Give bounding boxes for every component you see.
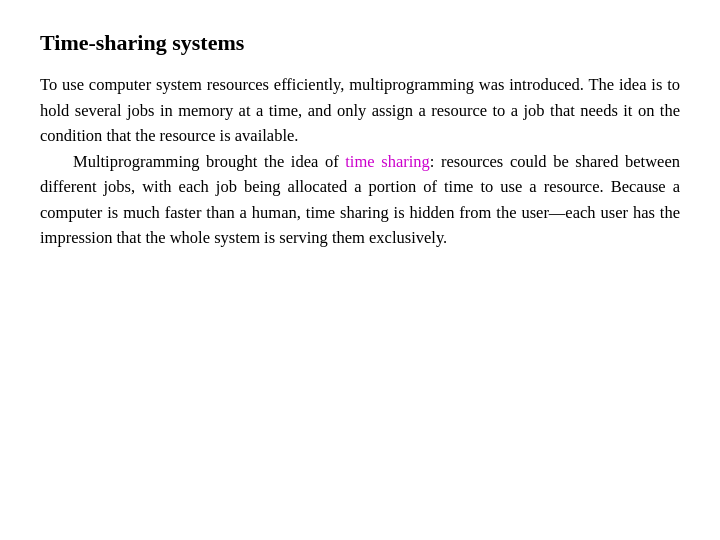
page-title: Time-sharing systems xyxy=(40,30,680,56)
paragraph-1: To use computer system resources efficie… xyxy=(40,72,680,149)
paragraph2-before-highlight: Multiprogramming brought the idea of xyxy=(73,152,345,171)
paragraph-2: Multiprogramming brought the idea of tim… xyxy=(40,149,680,251)
content-area: To use computer system resources efficie… xyxy=(40,72,680,251)
time-sharing-highlight: time sharing xyxy=(345,152,430,171)
